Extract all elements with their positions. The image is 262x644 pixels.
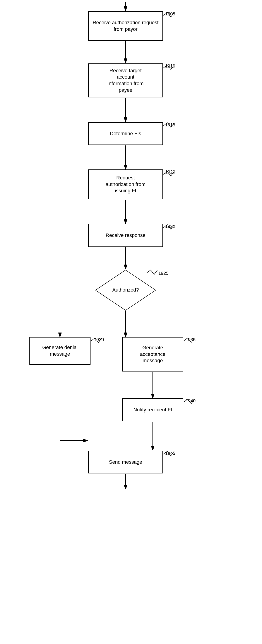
box-1905: Receive authorization request from payor <box>88 11 163 41</box>
tag-1940: 1940 <box>186 398 196 404</box>
tag-1915: 1915 <box>165 122 175 128</box>
tag-1935: 1935 <box>186 337 196 342</box>
box-1945: Send message <box>88 451 163 474</box>
box-1935: Generateacceptancemessage <box>122 337 183 372</box>
box-1920: Requestauthorization fromissuing FI <box>88 170 163 199</box>
flowchart-diagram: Receive authorization request from payor… <box>0 0 262 644</box>
tag-1930: 1930 <box>94 337 104 342</box>
box-1922: Receive response <box>88 224 163 247</box>
box-1910: Receive targetaccountinformation frompay… <box>88 64 163 98</box>
svg-text:Authorized?: Authorized? <box>112 287 139 293</box>
tag-1905: 1905 <box>165 11 175 16</box>
tag-1922: 1922 <box>165 224 175 229</box>
box-1930: Generate denialmessage <box>29 337 90 365</box>
tag-1910: 1910 <box>165 64 175 69</box>
tag-1920: 1920 <box>165 170 175 175</box>
tag-1925: 1925 <box>158 271 169 276</box>
box-1915: Determine FIs <box>88 122 163 145</box>
box-1940: Notify recipient FI <box>122 398 183 421</box>
tag-1945: 1945 <box>165 451 175 456</box>
diamond-1925: Authorized? <box>95 270 156 311</box>
